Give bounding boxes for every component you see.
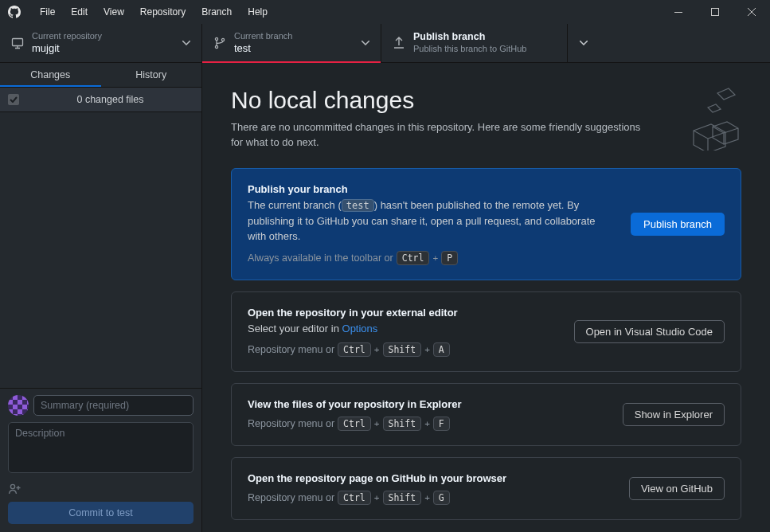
window-controls bbox=[660, 0, 770, 24]
menubar: File Edit View Repository Branch Help bbox=[32, 2, 276, 22]
kbd: F bbox=[433, 417, 450, 431]
publish-title: Publish branch bbox=[413, 31, 556, 44]
svg-point-6 bbox=[10, 484, 14, 488]
card-title: Publish your branch bbox=[248, 183, 615, 195]
tab-changes[interactable]: Changes bbox=[0, 63, 101, 87]
page-subtitle: There are no uncommitted changes in this… bbox=[231, 120, 645, 151]
window-maximize-button[interactable] bbox=[697, 0, 733, 24]
boxes-illustration-icon bbox=[670, 87, 741, 151]
current-branch-selector[interactable]: Current branch test bbox=[202, 24, 381, 62]
view-github-card: Open the repository page on GitHub in yo… bbox=[231, 457, 741, 520]
kbd: A bbox=[433, 342, 450, 357]
select-all-checkbox[interactable] bbox=[8, 94, 19, 105]
github-logo-icon bbox=[8, 6, 21, 18]
svg-point-4 bbox=[215, 45, 217, 48]
publish-branch-toolbar-button[interactable]: Publish branch Publish this branch to Gi… bbox=[381, 24, 568, 62]
card-hint: Repository menu or Ctrl+ Shift+ F bbox=[248, 417, 607, 431]
branch-label: Current branch bbox=[234, 31, 357, 42]
toolbar-overflow-button[interactable] bbox=[568, 24, 600, 62]
avatar bbox=[8, 395, 29, 416]
branch-chip: test bbox=[342, 199, 374, 212]
current-repository-selector[interactable]: Current repository mujgit bbox=[0, 24, 202, 62]
menu-branch[interactable]: Branch bbox=[193, 2, 240, 22]
svg-rect-1 bbox=[712, 9, 719, 16]
menu-edit[interactable]: Edit bbox=[63, 2, 96, 22]
chevron-down-icon bbox=[580, 41, 588, 45]
menu-view[interactable]: View bbox=[96, 2, 132, 22]
sidebar: Changes History 0 changed files Commit t… bbox=[0, 63, 202, 532]
main-content: No local changes There are no uncommitte… bbox=[202, 63, 770, 532]
publish-branch-card: Publish your branch The current branch (… bbox=[231, 168, 741, 280]
menu-help[interactable]: Help bbox=[240, 2, 276, 22]
menu-repository[interactable]: Repository bbox=[132, 2, 193, 22]
commit-description-input[interactable] bbox=[8, 422, 193, 473]
kbd: Ctrl bbox=[397, 251, 430, 265]
kbd: Ctrl bbox=[338, 417, 371, 431]
kbd: Ctrl bbox=[338, 342, 371, 357]
publish-subtitle: Publish this branch to GitHub bbox=[413, 44, 556, 55]
tab-history[interactable]: History bbox=[101, 63, 202, 87]
show-explorer-card: View the files of your repository in Exp… bbox=[231, 383, 741, 446]
svg-rect-2 bbox=[13, 39, 23, 46]
branch-icon bbox=[213, 37, 226, 49]
card-hint: Always available in the toolbar or Ctrl+… bbox=[248, 251, 615, 265]
svg-rect-0 bbox=[674, 12, 682, 13]
svg-point-3 bbox=[215, 37, 217, 40]
card-hint: Repository menu or Ctrl+ Shift+ G bbox=[248, 491, 613, 505]
commit-button[interactable]: Commit to test bbox=[8, 502, 193, 524]
card-title: Open the repository in your external edi… bbox=[248, 307, 558, 319]
branch-value: test bbox=[234, 42, 357, 55]
window-minimize-button[interactable] bbox=[660, 0, 697, 24]
titlebar: File Edit View Repository Branch Help bbox=[0, 0, 770, 24]
menu-file[interactable]: File bbox=[32, 2, 63, 22]
add-coauthor-icon[interactable] bbox=[8, 483, 22, 495]
repo-label: Current repository bbox=[32, 31, 178, 42]
show-explorer-button[interactable]: Show in Explorer bbox=[623, 403, 725, 426]
card-hint: Repository menu or Ctrl+ Shift+ A bbox=[248, 342, 558, 357]
repo-value: mujgit bbox=[32, 42, 178, 55]
chevron-down-icon bbox=[362, 41, 369, 45]
changed-files-header: 0 changed files bbox=[0, 87, 201, 112]
open-editor-button[interactable]: Open in Visual Studio Code bbox=[574, 320, 725, 343]
options-link[interactable]: Options bbox=[342, 323, 378, 334]
kbd: Ctrl bbox=[338, 491, 371, 505]
view-github-button[interactable]: View on GitHub bbox=[629, 477, 725, 500]
publish-branch-button[interactable]: Publish branch bbox=[631, 213, 725, 236]
kbd: P bbox=[441, 251, 458, 265]
changed-files-count: 0 changed files bbox=[27, 94, 193, 105]
check-icon bbox=[10, 96, 18, 103]
card-title: View the files of your repository in Exp… bbox=[248, 398, 607, 410]
commit-form: Commit to test bbox=[0, 388, 201, 532]
kbd: G bbox=[433, 491, 450, 505]
chevron-down-icon bbox=[182, 41, 190, 45]
window-close-button[interactable] bbox=[733, 0, 770, 24]
card-description: The current branch (test) hasn't been pu… bbox=[248, 198, 615, 244]
kbd: Shift bbox=[383, 491, 422, 505]
open-editor-card: Open the repository in your external edi… bbox=[231, 291, 741, 373]
card-title: Open the repository page on GitHub in yo… bbox=[248, 472, 613, 484]
upload-icon bbox=[393, 37, 405, 49]
kbd: Shift bbox=[383, 342, 422, 357]
toolbar: Current repository mujgit Current branch… bbox=[0, 24, 770, 63]
card-description: Select your editor in Options bbox=[248, 321, 558, 337]
page-title: No local changes bbox=[231, 87, 645, 114]
commit-summary-input[interactable] bbox=[33, 395, 193, 416]
svg-point-5 bbox=[221, 38, 224, 41]
kbd: Shift bbox=[383, 417, 422, 431]
desktop-icon bbox=[11, 37, 24, 49]
